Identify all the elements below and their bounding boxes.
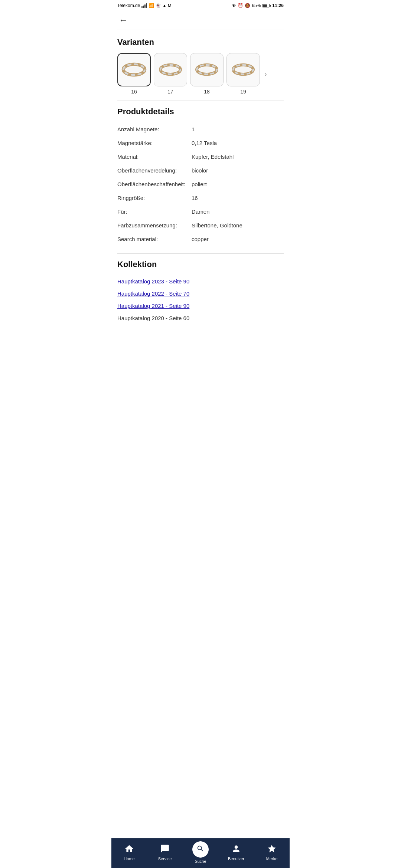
detail-value-material: Kupfer, Edelstahl [192,154,234,160]
variants-chevron-icon[interactable]: › [264,70,267,78]
back-button[interactable]: ← [117,13,129,27]
ring-image-17 [157,59,184,81]
svg-point-5 [163,67,177,72]
back-arrow-icon: ← [119,15,128,25]
kollektion-link-2022[interactable]: Hauptkatalog 2022 - Seite 70 [117,287,284,300]
status-left: Telekom.de 📶 👻 ▲ M [117,3,171,8]
varianten-title: Varianten [117,37,284,47]
detail-value-ringgroesse: 16 [192,195,198,201]
alarm-icon: ⏰ [238,3,243,8]
detail-row-magnete: Anzahl Magnete: 1 [117,122,284,136]
gmail-icon: M [168,3,171,8]
status-right: 👁 ⏰ 🔕 65% 11:26 [232,3,284,8]
nav-item-merke[interactable]: Merke [254,844,290,861]
detail-label-material: Material: [117,154,192,160]
detail-row-fuer: Für: Damen [117,205,284,218]
battery-percent: 65% [252,3,261,8]
variant-item-17[interactable]: 17 [154,53,187,95]
detail-value-fuer: Damen [192,208,209,215]
ring-image-19 [230,59,257,81]
detail-label-search-material: Search material: [117,236,192,242]
detail-value-oberflaechen-veredelung: bicolor [192,167,208,174]
bell-icon: 🔕 [245,3,250,8]
product-details-section: Produktdetails Anzahl Magnete: 1 Magnets… [111,101,290,253]
variant-item-16[interactable]: 16 [117,53,151,95]
home-icon [124,844,134,855]
detail-label-oberflaechen-veredelung: Oberflächenveredelung: [117,167,192,174]
search-icon [196,845,205,854]
nav-item-benutzer[interactable]: Benutzer [218,844,254,861]
variants-row: 16 17 [117,53,284,95]
main-content: Varianten 16 [111,30,290,868]
detail-row-oberflaechen-beschaffenheit: Oberflächenbeschaffenheit: poliert [117,177,284,191]
detail-row-material: Material: Kupfer, Edelstahl [117,150,284,164]
variant-item-18[interactable]: 18 [190,53,224,95]
variant-image-box-18 [190,53,224,86]
nav-label-suche: Suche [195,859,206,864]
ring-image-16 [121,59,147,81]
time-label: 11:26 [272,3,284,8]
detail-value-oberflaechen-beschaffenheit: poliert [192,181,207,187]
kollektion-text-2020: Hauptkatalog 2020 - Seite 60 [117,312,284,324]
nav-item-suche[interactable]: Suche [183,841,218,864]
bottom-nav: Home Service Suche Benutzer Merke [111,838,290,868]
kollektion-link-2021[interactable]: Hauptkatalog 2021 - Seite 90 [117,300,284,312]
star-icon [267,844,277,855]
header: ← [111,10,290,30]
detail-label-farbzusammensetzung: Farbzusammensetzung: [117,222,192,228]
kollektion-title: Kollektion [117,260,284,269]
svg-point-2 [127,66,141,72]
varianten-section: Varianten 16 [111,30,290,101]
search-circle [192,841,209,858]
detail-label-magnetstaerke: Magnetstärke: [117,140,192,146]
detail-value-farbzusammensetzung: Silbertöne, Goldtöne [192,222,242,228]
nav-label-merke: Merke [266,857,278,861]
variant-image-box-16 [117,53,151,86]
chat-icon [160,844,170,855]
nav-label-service: Service [158,857,172,861]
nav-item-service[interactable]: Service [147,844,183,861]
detail-label-fuer: Für: [117,208,192,215]
nav-label-benutzer: Benutzer [228,857,244,861]
snapchat-icon: 👻 [156,3,161,8]
variant-item-19[interactable]: 19 [226,53,260,95]
battery-icon [262,4,271,7]
status-bar: Telekom.de 📶 👻 ▲ M 👁 ⏰ 🔕 65% 11:26 [111,0,290,10]
variant-label-18: 18 [204,89,210,95]
nav-item-home[interactable]: Home [111,844,147,861]
svg-point-8 [200,67,214,72]
variant-image-box-17 [154,53,187,86]
variant-image-box-19 [226,53,260,86]
detail-row-ringgroesse: Ringgröße: 16 [117,191,284,205]
detail-row-oberflaechen-veredelung: Oberflächenveredelung: bicolor [117,164,284,177]
signal-icon [141,3,147,8]
detail-value-magnetstaerke: 0,12 Tesla [192,140,217,146]
detail-label-oberflaechen-beschaffenheit: Oberflächenbeschaffenheit: [117,181,192,187]
variant-label-19: 19 [240,89,246,95]
nav-label-home: Home [124,857,134,861]
detail-value-search-material: copper [192,236,209,242]
person-icon [231,844,241,855]
detail-label-magnete: Anzahl Magnete: [117,126,192,132]
eye-icon: 👁 [232,3,236,8]
detail-row-magnetstaerke: Magnetstärke: 0,12 Tesla [117,136,284,150]
detail-label-ringgroesse: Ringgröße: [117,195,192,201]
wifi-icon: 📶 [149,3,154,8]
carrier-label: Telekom.de [117,3,140,8]
variant-label-16: 16 [131,89,137,95]
kollektion-section: Kollektion Hauptkatalog 2023 - Seite 90 … [111,254,290,332]
detail-value-magnete: 1 [192,126,195,132]
arrow-icon: ▲ [162,3,166,8]
ring-image-18 [193,59,220,81]
variant-label-17: 17 [167,89,173,95]
detail-row-search-material: Search material: copper [117,232,284,246]
product-details-title: Produktdetails [117,107,284,116]
kollektion-link-2023[interactable]: Hauptkatalog 2023 - Seite 90 [117,275,284,287]
svg-point-11 [236,67,250,72]
detail-row-farbzusammensetzung: Farbzusammensetzung: Silbertöne, Goldtön… [117,218,284,232]
